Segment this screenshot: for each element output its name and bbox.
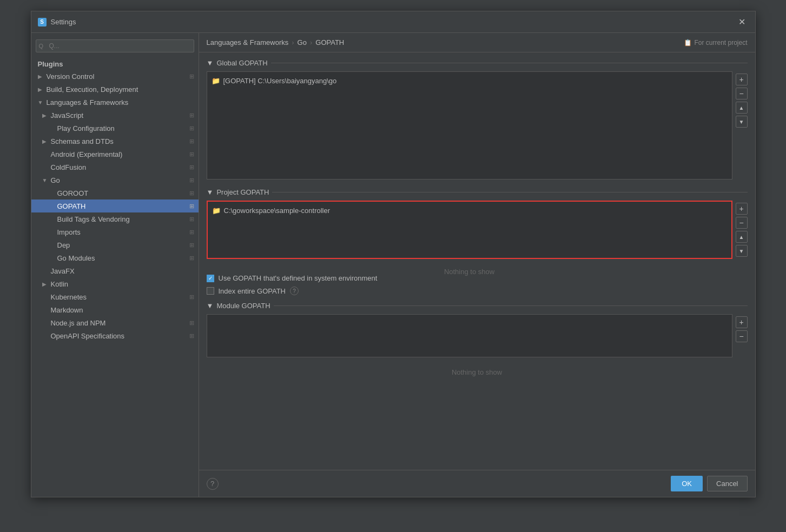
nothing-text: Nothing to show xyxy=(433,257,505,287)
help-button[interactable]: ? xyxy=(207,478,219,490)
sidebar-item-imports[interactable]: ▶ Imports ⊞ xyxy=(31,225,199,238)
global-gopath-buttons: + − ▲ ▼ xyxy=(732,71,748,179)
expand-icon: ▶ xyxy=(42,281,49,287)
sidebar-item-coldfusion[interactable]: ▶ ColdFusion ⊞ xyxy=(31,161,199,174)
module-gopath-section: ▼ Module GOPATH Nothing to show + − No xyxy=(207,302,748,387)
copy-icon: ⊞ xyxy=(189,125,194,132)
project-gopath-label: Project GOPATH xyxy=(216,188,269,196)
project-gopath-expand[interactable]: ▼ xyxy=(207,188,214,196)
expand-icon: ▶ xyxy=(42,138,49,144)
sidebar-item-schemas[interactable]: ▶ Schemas and DTDs ⊞ xyxy=(31,135,199,148)
module-gopath-buttons: + − xyxy=(732,314,748,357)
project-gopath-down-button[interactable]: ▼ xyxy=(736,245,748,257)
play-config-label: Play Configuration xyxy=(57,124,115,132)
global-gopath-item: 📁 [GOPATH] C:\Users\baiyangyang\go xyxy=(207,74,732,88)
help-icon[interactable]: ? xyxy=(290,287,299,295)
sidebar-item-dep[interactable]: ▶ Dep ⊞ xyxy=(31,238,199,251)
project-gopath-remove-button[interactable]: − xyxy=(736,217,748,229)
copy-icon: ⊞ xyxy=(189,255,194,262)
module-gopath-label: Module GOPATH xyxy=(216,302,270,310)
sidebar-item-go[interactable]: ▼ Go ⊞ xyxy=(31,174,199,187)
settings-icon: S xyxy=(38,18,47,26)
copy-icon: ⊞ xyxy=(189,332,194,340)
global-gopath-list: 📁 [GOPATH] C:\Users\baiyangyang\go xyxy=(207,71,732,179)
breadcrumb-part-3: GOPATH xyxy=(315,38,344,46)
footer-buttons: OK Cancel xyxy=(671,476,747,491)
use-gopath-env-checkbox[interactable] xyxy=(207,275,214,282)
use-gopath-env-label: Use GOPATH that's defined in system envi… xyxy=(219,274,378,282)
go-modules-label: Go Modules xyxy=(57,254,95,262)
project-gopath-container: 📁 C:\goworkspace\sample-controller + − ▲… xyxy=(207,201,748,259)
sidebar-item-version-control[interactable]: ▶ Version Control ⊞ xyxy=(31,70,199,83)
imports-label: Imports xyxy=(57,228,81,236)
global-gopath-add-button[interactable]: + xyxy=(736,74,748,85)
ok-button[interactable]: OK xyxy=(671,476,703,491)
breadcrumb-part-2: Go xyxy=(298,38,307,46)
project-gopath-item: 📁 C:\goworkspace\sample-controller xyxy=(208,204,731,217)
folder-icon: 📁 xyxy=(212,77,220,85)
global-gopath-up-button[interactable]: ▲ xyxy=(736,102,748,114)
breadcrumb-part-1: Languages & Frameworks xyxy=(207,38,289,46)
global-gopath-container: 📁 [GOPATH] C:\Users\baiyangyang\go + − ▲… xyxy=(207,71,748,179)
project-gopath-add-button[interactable]: + xyxy=(736,203,748,215)
sidebar-item-android[interactable]: ▶ Android (Experimental) ⊞ xyxy=(31,148,199,161)
module-gopath-expand[interactable]: ▼ xyxy=(207,302,214,310)
module-gopath-add-button[interactable]: + xyxy=(736,316,748,328)
global-gopath-title: ▼ Global GOPATH xyxy=(207,59,748,67)
sidebar-item-kotlin[interactable]: ▶ Kotlin xyxy=(31,277,199,290)
version-control-label: Version Control xyxy=(47,72,95,81)
copy-icon: ⊞ xyxy=(189,73,194,80)
search-box: Q xyxy=(36,39,194,52)
expand-icon: ▶ xyxy=(42,112,49,118)
sidebar-item-openapi[interactable]: ▶ OpenAPI Specifications ⊞ xyxy=(31,329,199,342)
kubernetes-label: Kubernetes xyxy=(51,293,87,301)
global-gopath-expand[interactable]: ▼ xyxy=(207,59,214,67)
sidebar-item-kubernetes[interactable]: ▶ Kubernetes ⊞ xyxy=(31,290,199,303)
javafx-label: JavaFX xyxy=(51,267,75,275)
project-gopath-up-button[interactable]: ▲ xyxy=(736,231,748,243)
project-gopath-section: ▼ Project GOPATH 📁 C:\goworkspace\sample… xyxy=(207,188,748,259)
panel-content: ▼ Global GOPATH 📁 [GOPATH] C:\Users\baiy… xyxy=(199,52,755,470)
copy-icon: ⊞ xyxy=(189,112,194,119)
index-gopath-label: Index entire GOPATH xyxy=(219,287,286,295)
sidebar-item-nodejs[interactable]: ▶ Node.js and NPM ⊞ xyxy=(31,316,199,329)
copy-icon: ⊞ xyxy=(189,242,194,249)
sidebar-item-javafx[interactable]: ▶ JavaFX xyxy=(31,264,199,277)
expand-icon: ▼ xyxy=(42,177,49,183)
search-icon: Q xyxy=(39,43,44,49)
sidebar-item-javascript[interactable]: ▶ JavaScript ⊞ xyxy=(31,109,199,122)
project-gopath-buttons: + − ▲ ▼ xyxy=(732,201,748,259)
copy-icon: ⊞ xyxy=(189,138,194,145)
sidebar-item-build[interactable]: ▶ Build, Execution, Deployment xyxy=(31,83,199,96)
module-gopath-remove-button[interactable]: − xyxy=(736,330,748,342)
global-gopath-path: [GOPATH] C:\Users\baiyangyang\go xyxy=(223,77,337,85)
main-content: Q Plugins ▶ Version Control ⊞ ▶ Build, E… xyxy=(31,33,755,497)
project-gopath-path: C:\goworkspace\sample-controller xyxy=(224,207,331,215)
index-gopath-checkbox[interactable] xyxy=(207,287,214,295)
for-project-icon: 📋 xyxy=(684,39,692,46)
global-gopath-remove-button[interactable]: − xyxy=(736,88,748,99)
goroot-label: GOROOT xyxy=(57,189,89,197)
search-input[interactable] xyxy=(36,39,194,52)
module-gopath-title: ▼ Module GOPATH xyxy=(207,302,748,310)
sidebar-item-gopath[interactable]: ▶ GOPATH ⊞ xyxy=(31,200,199,212)
expand-icon: ▶ xyxy=(38,74,44,79)
schemas-label: Schemas and DTDs xyxy=(51,137,114,145)
copy-icon: ⊞ xyxy=(189,229,194,236)
close-button[interactable]: ✕ xyxy=(735,16,749,28)
sidebar-item-markdown[interactable]: ▶ Markdown xyxy=(31,303,199,316)
sidebar-item-goroot[interactable]: ▶ GOROOT ⊞ xyxy=(31,187,199,200)
title-line xyxy=(274,305,748,306)
go-label: Go xyxy=(51,176,60,184)
sidebar-item-play-config[interactable]: ▶ Play Configuration ⊞ xyxy=(31,122,199,135)
sidebar-item-build-tags[interactable]: ▶ Build Tags & Vendoring ⊞ xyxy=(31,212,199,225)
cancel-button[interactable]: Cancel xyxy=(707,476,747,491)
dialog-title: Settings xyxy=(51,18,76,26)
sidebar-item-languages[interactable]: ▼ Languages & Frameworks xyxy=(31,96,199,109)
expand-icon: ▶ xyxy=(38,87,44,92)
copy-icon: ⊞ xyxy=(189,320,194,327)
sidebar-item-go-modules[interactable]: ▶ Go Modules ⊞ xyxy=(31,251,199,264)
sidebar-item-plugins[interactable]: Plugins xyxy=(31,57,199,70)
global-gopath-down-button[interactable]: ▼ xyxy=(736,116,748,128)
copy-icon: ⊞ xyxy=(189,151,194,158)
